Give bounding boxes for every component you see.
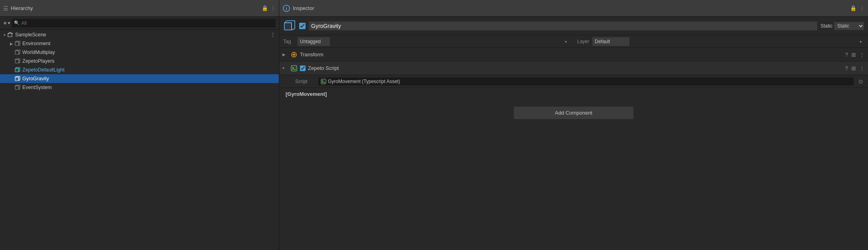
tag-dropdown-wrapper: Untagged MainCamera Player ▾ xyxy=(298,37,569,46)
zepeto-script-actions: ? ⊞ ⋮ xyxy=(845,65,865,71)
gyro-movement-label-row: [GyroMovement] xyxy=(279,88,868,100)
item-label-eventsystem: EventSystem xyxy=(22,85,52,90)
cube-icon-worldmultiplay xyxy=(14,49,21,56)
layer-label: Layer xyxy=(577,39,589,44)
inspector-options-icon[interactable]: ⋮ xyxy=(860,5,865,11)
list-item[interactable]: ▶ EventSystem xyxy=(0,83,279,92)
svg-rect-10 xyxy=(15,68,19,72)
script-asset-name: GyroMovement (Typescript Asset) xyxy=(328,79,400,84)
inspector-header: i Inspector 🔒 ⋮ xyxy=(279,0,868,17)
list-item[interactable]: ▶ WorldMultiplay xyxy=(0,48,279,57)
cube-icon-eventsystem xyxy=(14,84,21,91)
expand-arrow-environment: ▶ xyxy=(9,41,14,46)
tag-label: Tag xyxy=(283,39,294,44)
inspector-lock-icon[interactable]: 🔒 xyxy=(850,5,856,11)
zepeto-script-help-icon[interactable]: ? xyxy=(845,65,848,71)
scene-options-icon[interactable]: ⋮ xyxy=(270,32,279,38)
script-field-label: Script xyxy=(295,79,315,84)
search-icon: 🔍 xyxy=(14,20,20,26)
plus-icon: + xyxy=(3,20,7,27)
hierarchy-header: ☰ Hierarchy 🔒 ⋮ xyxy=(0,0,279,17)
object-cube-icon xyxy=(283,20,296,32)
hierarchy-title: Hierarchy xyxy=(11,5,259,11)
layer-dropdown-arrow: ▾ xyxy=(860,39,862,44)
search-bar: 🔍 xyxy=(12,19,276,28)
zepeto-script-more-icon[interactable]: ⋮ xyxy=(859,65,865,71)
layer-dropdown-wrapper: Default UI Ignore Raycast ▾ xyxy=(592,37,864,46)
cube-icon-zepetoplayers xyxy=(14,58,21,64)
gyro-movement-label: [GyroMovement] xyxy=(286,91,327,97)
hierarchy-lock-icon[interactable]: 🔒 xyxy=(262,5,268,11)
object-name-input[interactable] xyxy=(309,22,817,30)
tag-dropdown-arrow: ▾ xyxy=(565,39,567,44)
list-item[interactable]: ▶ ZepetoPlayers xyxy=(0,57,279,65)
list-item[interactable]: ▶ GyroGravity xyxy=(0,74,279,83)
zepeto-script-expand-arrow: ▾ xyxy=(282,66,288,70)
object-header: Static Static Dynamic xyxy=(279,17,868,35)
cube-icon-gyrogravity xyxy=(14,75,21,82)
search-input[interactable] xyxy=(21,20,273,26)
list-item[interactable]: ▶ ZepetoDefaultLight xyxy=(0,65,279,74)
svg-rect-0 xyxy=(8,34,12,37)
layer-select[interactable]: Default UI Ignore Raycast xyxy=(592,37,629,46)
transform-more-icon[interactable]: ⋮ xyxy=(859,52,865,58)
add-component-section: Add Component xyxy=(279,100,868,125)
transform-settings-icon[interactable]: ⊞ xyxy=(851,52,856,58)
tag-select[interactable]: Untagged MainCamera Player xyxy=(298,37,330,46)
svg-rect-13 xyxy=(15,77,19,81)
add-button[interactable]: + ▾ xyxy=(3,20,10,27)
add-component-button[interactable]: Add Component xyxy=(514,107,633,119)
transform-actions: ? ⊞ ⋮ xyxy=(845,52,865,58)
hierarchy-options-icon[interactable]: ⋮ xyxy=(270,5,276,11)
zepeto-script-active-checkbox[interactable] xyxy=(300,65,306,71)
cube-icon-environment xyxy=(14,40,21,47)
hierarchy-menu-icon[interactable]: ☰ xyxy=(3,5,8,12)
zepeto-script-label: Zepeto Script xyxy=(308,65,842,71)
hierarchy-content: ▾ SampleScene ⋮ ▶ Environment xyxy=(0,30,279,250)
zepeto-script-icon xyxy=(290,65,298,72)
svg-text:i: i xyxy=(286,6,287,11)
inspector-empty-area xyxy=(279,125,868,250)
cube-icon-zepetodefaultlight xyxy=(14,67,21,73)
svg-rect-16 xyxy=(15,86,19,89)
hierarchy-toolbar: + ▾ 🔍 xyxy=(0,17,279,30)
zepeto-script-settings-icon[interactable]: ⊞ xyxy=(851,65,856,71)
scene-expand-arrow: ▾ xyxy=(2,32,7,38)
zepeto-script-component-row[interactable]: ▾ Zepeto Script ? ⊞ ⋮ xyxy=(279,62,868,75)
script-value-display: GyroMovement (Typescript Asset) xyxy=(318,77,854,85)
static-row: Static Static Dynamic xyxy=(821,22,864,30)
transform-label: Transform xyxy=(300,52,842,58)
svg-rect-21 xyxy=(284,23,292,30)
add-dropdown-arrow: ▾ xyxy=(8,21,10,25)
item-label-zepetoplayers: ZepetoPlayers xyxy=(22,58,55,64)
svg-rect-1 xyxy=(15,42,19,46)
hierarchy-panel: ☰ Hierarchy 🔒 ⋮ + ▾ 🔍 ▾ SampleScene ⋮ xyxy=(0,0,279,250)
item-label-gyrogravity: GyroGravity xyxy=(22,76,49,81)
svg-rect-30 xyxy=(321,79,326,84)
script-row: Script GyroMovement (Typescript Asset) ⊙ xyxy=(279,75,868,88)
transform-component-row[interactable]: ▶ Transform ? ⊞ ⋮ xyxy=(279,48,868,62)
inspector-title: Inspector xyxy=(293,5,314,11)
item-label-zepetodefaultlight: ZepetoDefaultLight xyxy=(22,67,65,73)
item-label-worldmultiplay: WorldMultiplay xyxy=(22,50,55,55)
transform-icon xyxy=(290,51,298,58)
svg-point-27 xyxy=(293,54,295,56)
scene-icon xyxy=(7,32,14,38)
tag-layer-row: Tag Untagged MainCamera Player ▾ Layer D… xyxy=(279,35,868,48)
object-active-checkbox[interactable] xyxy=(299,23,306,29)
svg-rect-7 xyxy=(15,60,19,63)
static-label: Static xyxy=(821,23,832,29)
transform-help-icon[interactable]: ? xyxy=(845,52,848,58)
svg-rect-4 xyxy=(15,51,19,54)
list-item[interactable]: ▶ Environment xyxy=(0,39,279,48)
inspector-info-icon: i xyxy=(282,4,290,12)
transform-expand-arrow: ▶ xyxy=(282,52,288,57)
inspector-panel: i Inspector 🔒 ⋮ Static Static Dynamic xyxy=(279,0,868,250)
scene-label: SampleScene xyxy=(15,32,46,38)
script-pick-button[interactable]: ⊙ xyxy=(857,77,865,85)
static-dropdown[interactable]: Static Dynamic xyxy=(834,22,864,30)
item-label-environment: Environment xyxy=(22,41,50,46)
scene-root[interactable]: ▾ SampleScene ⋮ xyxy=(0,30,279,39)
